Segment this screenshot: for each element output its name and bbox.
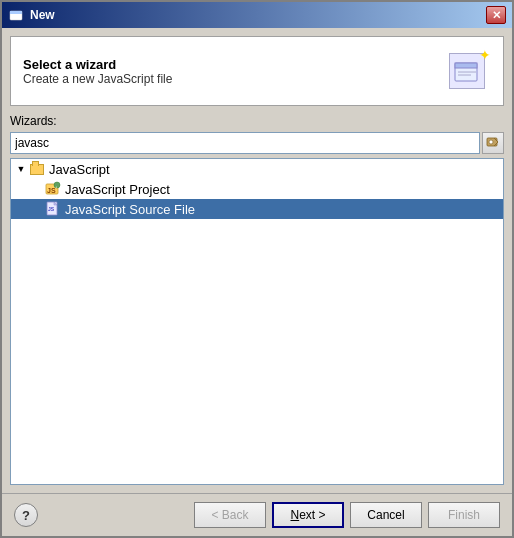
tree-label-javascript-project: JavaScript Project <box>65 182 170 197</box>
expand-arrow-javascript: ▼ <box>15 163 27 175</box>
js-project-icon: JS + <box>45 181 61 197</box>
tree-label-javascript-source-file: JavaScript Source File <box>65 202 195 217</box>
cancel-button[interactable]: Cancel <box>350 502 422 528</box>
svg-point-7 <box>489 140 493 144</box>
title-bar-left: New <box>8 7 55 23</box>
tree-panel[interactable]: ▼ JavaScript ▶ JS + <box>10 158 504 485</box>
help-button[interactable]: ? <box>14 503 38 527</box>
spark-icon: ✦ <box>479 47 491 63</box>
back-button[interactable]: < Back <box>194 502 266 528</box>
header-text: Select a wizard Create a new JavaScript … <box>23 57 172 86</box>
button-group: < Back Next > Cancel Finish <box>194 502 500 528</box>
finish-button[interactable]: Finish <box>428 502 500 528</box>
header-panel: Select a wizard Create a new JavaScript … <box>10 36 504 106</box>
folder-icon-javascript <box>29 161 45 177</box>
tree-item-javascript-group[interactable]: ▼ JavaScript <box>11 159 503 179</box>
cancel-label: Cancel <box>367 508 404 522</box>
js-file-icon: JS <box>45 201 61 217</box>
content-area: Select a wizard Create a new JavaScript … <box>2 28 512 493</box>
next-label: Next > <box>290 508 325 522</box>
finish-label: Finish <box>448 508 480 522</box>
bottom-bar: ? < Back Next > Cancel Finish <box>2 493 512 536</box>
back-label: < Back <box>211 508 248 522</box>
window-title: New <box>30 8 55 22</box>
search-input[interactable] <box>10 132 480 154</box>
header-title: Select a wizard <box>23 57 172 72</box>
header-icon-area: ✦ <box>443 47 491 95</box>
close-button[interactable]: ✕ <box>486 6 506 24</box>
wizards-label: Wizards: <box>10 114 504 128</box>
svg-rect-1 <box>10 11 22 14</box>
title-bar: New ✕ <box>2 2 512 28</box>
new-wizard-dialog: New ✕ Select a wizard Create a new JavaS… <box>0 0 514 538</box>
search-row <box>10 132 504 154</box>
header-subtitle: Create a new JavaScript file <box>23 72 172 86</box>
wizards-section: Wizards: ▼ <box>10 114 504 485</box>
svg-text:JS: JS <box>48 206 55 212</box>
tree-item-javascript-source-file[interactable]: ▶ JS JavaScript Source File <box>11 199 503 219</box>
window-icon <box>8 7 24 23</box>
search-clear-button[interactable] <box>482 132 504 154</box>
tree-item-javascript-project[interactable]: ▶ JS + JavaScript Project <box>11 179 503 199</box>
svg-rect-3 <box>455 63 477 68</box>
next-button[interactable]: Next > <box>272 502 344 528</box>
tree-label-javascript: JavaScript <box>49 162 110 177</box>
